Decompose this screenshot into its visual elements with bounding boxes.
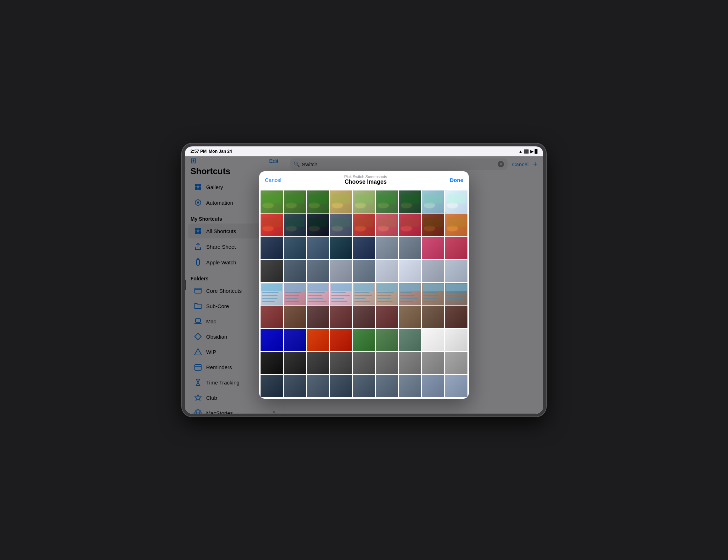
grid-cell[interactable]	[284, 260, 306, 282]
grid-cell[interactable]	[376, 352, 398, 374]
grid-cell[interactable]	[284, 190, 306, 213]
grid-cell[interactable]	[399, 260, 421, 282]
grid-cell-canvas	[422, 190, 444, 213]
grid-cell[interactable]	[307, 237, 329, 259]
grid-cell[interactable]	[422, 214, 444, 236]
grid-cell[interactable]	[353, 306, 375, 328]
grid-cell[interactable]	[445, 283, 467, 305]
grid-cell-canvas	[445, 306, 467, 328]
grid-cell[interactable]	[399, 283, 421, 305]
grid-cell[interactable]	[376, 190, 398, 213]
grid-cell-canvas	[330, 352, 352, 374]
grid-cell[interactable]	[422, 283, 444, 305]
grid-cell[interactable]	[284, 237, 306, 259]
modal-done-button[interactable]: Done	[450, 177, 464, 183]
grid-cell[interactable]	[399, 190, 421, 213]
image-grid[interactable]	[259, 189, 469, 399]
grid-cell[interactable]	[284, 214, 306, 236]
grid-cell[interactable]	[399, 306, 421, 328]
grid-cell-canvas	[399, 352, 421, 374]
grid-cell[interactable]	[330, 352, 352, 374]
grid-cell[interactable]	[422, 352, 444, 374]
grid-cell[interactable]	[376, 306, 398, 328]
grid-cell-canvas	[422, 329, 444, 351]
grid-cell[interactable]	[399, 352, 421, 374]
grid-cell[interactable]	[376, 329, 398, 351]
grid-cell[interactable]	[307, 352, 329, 374]
grid-cell-canvas	[284, 352, 306, 374]
grid-cell-canvas	[353, 283, 375, 305]
grid-cell[interactable]	[399, 329, 421, 351]
grid-cell[interactable]	[445, 329, 467, 351]
grid-cell[interactable]	[261, 352, 283, 374]
grid-cell[interactable]	[261, 237, 283, 259]
grid-cell[interactable]	[353, 214, 375, 236]
grid-cell[interactable]	[330, 237, 352, 259]
grid-cell[interactable]	[353, 190, 375, 213]
grid-cell[interactable]	[445, 306, 467, 328]
grid-cell[interactable]	[284, 283, 306, 305]
grid-cell[interactable]	[261, 306, 283, 328]
image-picker-modal: Cancel Pick Switch Screenshots Choose Im…	[259, 171, 469, 399]
grid-cell[interactable]	[261, 190, 283, 213]
grid-cell[interactable]	[330, 260, 352, 282]
grid-cell-canvas	[261, 190, 283, 213]
grid-cell[interactable]	[399, 375, 421, 397]
grid-cell[interactable]	[307, 306, 329, 328]
grid-cell[interactable]	[261, 283, 283, 305]
grid-cell[interactable]	[376, 237, 398, 259]
grid-cell[interactable]	[261, 329, 283, 351]
grid-cell[interactable]	[445, 375, 467, 397]
grid-cell[interactable]	[353, 283, 375, 305]
grid-cell[interactable]	[422, 260, 444, 282]
grid-cell[interactable]	[399, 214, 421, 236]
grid-cell[interactable]	[330, 306, 352, 328]
grid-cell[interactable]	[307, 214, 329, 236]
grid-cell[interactable]	[261, 260, 283, 282]
grid-cell[interactable]	[353, 260, 375, 282]
grid-cell-canvas	[376, 214, 398, 236]
grid-cell[interactable]	[330, 329, 352, 351]
grid-cell[interactable]	[376, 214, 398, 236]
grid-cell[interactable]	[422, 237, 444, 259]
grid-cell[interactable]	[422, 375, 444, 397]
modal-cancel-button[interactable]: Cancel	[265, 177, 282, 183]
grid-cell[interactable]	[307, 260, 329, 282]
grid-cell-canvas	[376, 237, 398, 259]
grid-cell[interactable]	[376, 260, 398, 282]
grid-cell[interactable]	[445, 214, 467, 236]
grid-cell-canvas	[422, 214, 444, 236]
grid-cell[interactable]	[422, 329, 444, 351]
grid-cell[interactable]	[445, 260, 467, 282]
grid-cell[interactable]	[284, 375, 306, 397]
grid-cell-canvas	[399, 214, 421, 236]
grid-cell[interactable]	[445, 352, 467, 374]
grid-cell[interactable]	[307, 375, 329, 397]
grid-cell[interactable]	[353, 329, 375, 351]
grid-cell[interactable]	[376, 283, 398, 305]
grid-cell-canvas	[422, 352, 444, 374]
grid-cell[interactable]	[330, 283, 352, 305]
grid-cell[interactable]	[261, 375, 283, 397]
grid-cell[interactable]	[284, 306, 306, 328]
grid-cell-canvas	[330, 283, 352, 305]
grid-cell[interactable]	[330, 214, 352, 236]
grid-cell[interactable]	[307, 329, 329, 351]
grid-cell[interactable]	[307, 190, 329, 213]
grid-cell[interactable]	[376, 375, 398, 397]
grid-cell[interactable]	[445, 237, 467, 259]
grid-cell[interactable]	[284, 329, 306, 351]
grid-cell[interactable]	[422, 306, 444, 328]
grid-cell[interactable]	[330, 375, 352, 397]
grid-cell[interactable]	[353, 237, 375, 259]
grid-cell[interactable]	[353, 352, 375, 374]
grid-cell[interactable]	[353, 375, 375, 397]
grid-cell[interactable]	[330, 190, 352, 213]
grid-cell[interactable]	[284, 352, 306, 374]
grid-cell[interactable]	[307, 283, 329, 305]
grid-cell-canvas	[261, 352, 283, 374]
grid-cell[interactable]	[422, 190, 444, 213]
grid-cell[interactable]	[445, 190, 467, 213]
grid-cell[interactable]	[261, 214, 283, 236]
grid-cell[interactable]	[399, 237, 421, 259]
